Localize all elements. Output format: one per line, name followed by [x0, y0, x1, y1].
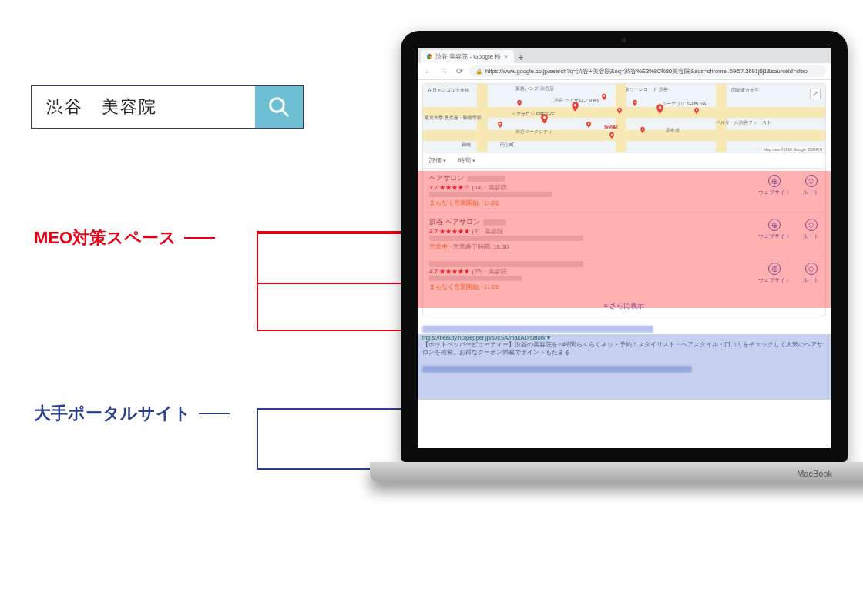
lock-icon: 🔒 — [475, 68, 482, 75]
laptop-brand-label: MacBook — [797, 469, 832, 478]
organic-url: https://beauty.hotpepper.jp/svcSA/macAD/… — [422, 334, 826, 341]
action-website[interactable]: ウェブサイト — [758, 219, 791, 240]
organic-snippet: 【ホットペッパービューティー】渋谷の美容院を24時間らくらくネット予約！スタイリ… — [422, 341, 826, 357]
laptop-screen: 渋谷 美容院 - Google 検 × + ← → ⟳ 🔒 https://ww… — [418, 48, 831, 448]
map-attribution: Map data ©2019 Google, ZENRIN — [762, 147, 824, 152]
laptop-base — [370, 462, 863, 482]
filter-hours[interactable]: 時間 — [458, 157, 475, 164]
illustrative-searchbar: 渋谷 美容院 — [31, 85, 304, 129]
filter-rating[interactable]: 評価 — [429, 157, 446, 164]
action-directions[interactable]: ルート — [803, 263, 819, 284]
action-website[interactable]: ウェブサイト — [758, 175, 791, 196]
more-places-link[interactable]: さらに表示 — [423, 296, 825, 316]
map-expand-icon[interactable]: ⤢ — [810, 89, 821, 99]
directions-icon — [805, 175, 818, 187]
local-result[interactable]: 渋谷 ヘアサロン 4.7 ★★★★★ (3) · 美容院 営業中 · 営業終了時… — [423, 213, 825, 256]
nav-reload-icon[interactable]: ⟳ — [455, 66, 465, 76]
local-pack-panel: ⤢ — [422, 83, 826, 316]
action-directions[interactable]: ルート — [803, 219, 819, 240]
address-bar[interactable]: 🔒 https://www.google.co.jp/search?q=渋谷+美… — [469, 65, 826, 77]
organic-result[interactable]: https://beauty.hotpepper.jp/svcSA/macAD/… — [422, 324, 826, 357]
local-pack-map[interactable]: ⤢ — [423, 84, 825, 153]
nav-back-icon[interactable]: ← — [422, 67, 434, 76]
organic-title[interactable] — [422, 324, 826, 333]
new-tab-button[interactable]: + — [514, 52, 528, 63]
action-website[interactable]: ウェブサイト — [758, 263, 791, 284]
local-result[interactable]: ヘアサロン 3.7 ★★★★☆ (34) · 美容院 まもなく営業開始 · 11… — [423, 169, 825, 213]
organic-result[interactable] — [422, 364, 826, 373]
globe-icon — [768, 175, 781, 187]
annotation-meo: MEO対策スペース — [34, 226, 215, 249]
browser-tabstrip: 渋谷 美容院 - Google 検 × + — [418, 48, 831, 63]
local-result[interactable]: 4.7 ★★★★★ (35) · 美容院 まもなく営業開始 · 11:00 ウェ… — [423, 256, 825, 296]
browser-tab-active[interactable]: 渋谷 美容院 - Google 検 × — [421, 50, 514, 63]
local-pack-list: ヘアサロン 3.7 ★★★★☆ (34) · 美容院 まもなく営業開始 · 11… — [423, 169, 825, 296]
svg-line-1 — [282, 110, 288, 116]
browser-toolbar: ← → ⟳ 🔒 https://www.google.co.jp/search?… — [418, 63, 831, 80]
nav-forward-icon[interactable]: → — [438, 67, 450, 76]
illustrative-search-button — [255, 86, 303, 128]
search-icon — [267, 95, 290, 119]
local-pack-filters: 評価 時間 — [423, 153, 825, 169]
google-favicon-icon — [427, 54, 432, 59]
tab-close-icon[interactable]: × — [504, 53, 508, 60]
browser-tab-title: 渋谷 美容院 - Google 検 — [435, 52, 501, 61]
laptop-mockup: 渋谷 美容院 - Google 検 × + ← → ⟳ 🔒 https://ww… — [401, 31, 848, 508]
action-directions[interactable]: ルート — [803, 175, 819, 196]
address-bar-url: https://www.google.co.jp/search?q=渋谷+美容院… — [485, 68, 808, 75]
laptop-camera — [622, 38, 626, 42]
annotation-portal: 大手ポータルサイト — [34, 402, 230, 425]
illustrative-search-query: 渋谷 美容院 — [32, 86, 255, 128]
